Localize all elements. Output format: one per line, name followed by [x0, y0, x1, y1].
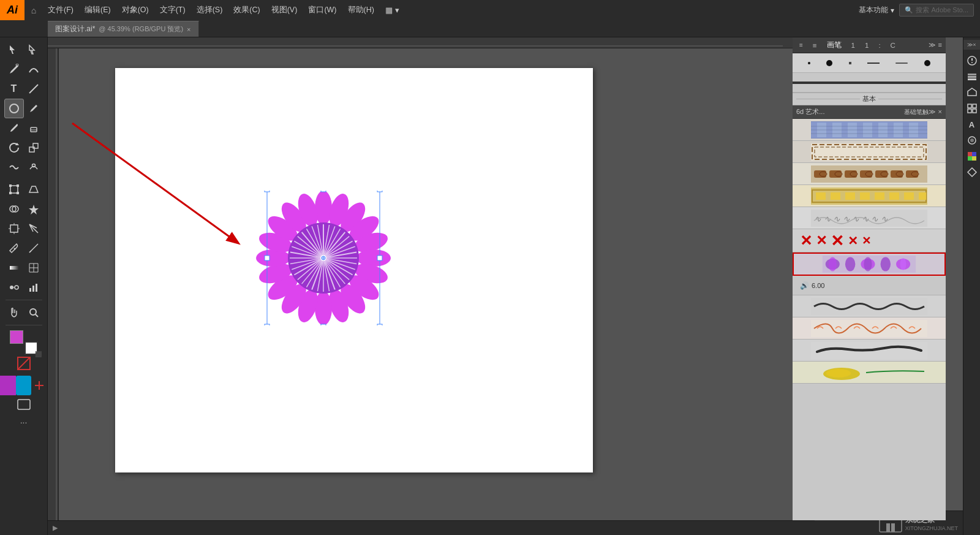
panel-btn-transform[interactable] [965, 165, 979, 180]
tool-type[interactable]: T [4, 79, 24, 99]
brush-tab-c[interactable]: C [888, 40, 899, 50]
brush-row-calligraphic[interactable] [793, 53, 946, 73]
menu-select[interactable]: 选择(S) [192, 2, 228, 18]
tool-mesh[interactable] [24, 258, 43, 278]
canvas-area[interactable] [48, 37, 815, 535]
tool-pencil[interactable] [24, 99, 43, 118]
tool-slice[interactable] [24, 219, 43, 238]
menu-help[interactable]: 帮助(H) [343, 2, 379, 18]
brush-panel-collapse[interactable]: ≡ [796, 40, 806, 50]
panel-menu-icon[interactable]: ≡ [938, 41, 942, 49]
flower-object[interactable] [256, 191, 391, 328]
brush-row-chain[interactable] [793, 163, 946, 185]
tool-scale[interactable] [24, 138, 43, 157]
brush-row-ink[interactable] [793, 340, 946, 362]
document-tab[interactable]: 图案设计.ai* @ 45.39% (RGB/GPU 预览) × [48, 21, 199, 37]
fill-color[interactable] [10, 330, 23, 344]
tool-warp[interactable] [4, 157, 24, 177]
tool-zoom[interactable] [24, 303, 43, 322]
tool-eraser[interactable] [24, 118, 43, 138]
menu-window[interactable]: 窗口(W) [303, 2, 341, 18]
tool-perspective[interactable] [24, 180, 43, 199]
menu-grid[interactable]: ▦▾ [380, 3, 404, 17]
brush-row-curlicue[interactable] [793, 317, 946, 340]
menu-file[interactable]: 文件(F) [43, 2, 78, 18]
tool-hand[interactable] [4, 303, 24, 322]
brush-tab-1[interactable]: ≡ [810, 40, 820, 50]
panel-btn-properties[interactable] [965, 53, 979, 68]
panel-btn-appearance[interactable] [965, 133, 979, 148]
svg-point-4 [10, 104, 18, 113]
brush-row-plaid[interactable] [793, 119, 946, 141]
panel-btn-assets[interactable] [965, 85, 979, 100]
home-icon[interactable]: ⌂ [24, 0, 43, 20]
tool-gradient[interactable] [4, 258, 24, 278]
menu-object[interactable]: 对象(O) [117, 2, 154, 18]
none-color-icon[interactable] [17, 356, 31, 373]
tool-chart[interactable] [24, 278, 43, 297]
color-fill-stroke[interactable]: ⬛ [10, 330, 38, 355]
tool-selection[interactable] [4, 40, 24, 59]
tool-screen-mode[interactable] [17, 399, 31, 412]
panel-btn-type[interactable]: A [965, 117, 979, 132]
brush-row-wavy[interactable] [793, 295, 946, 317]
tool-gradient-mode[interactable] [16, 376, 32, 395]
brush-row-volume[interactable]: 🔊 6.00 [793, 276, 946, 295]
left-toolbar: T [0, 37, 48, 535]
svg-rect-107 [321, 324, 326, 325]
brush-row-gold[interactable] [793, 185, 946, 207]
tool-curvature[interactable] [24, 59, 43, 79]
tool-live-paint[interactable] [24, 199, 43, 219]
art-icon-1[interactable]: ≫ [929, 108, 936, 116]
svg-rect-102 [265, 191, 270, 192]
search-container[interactable]: 🔍 搜索 Adobe Sto... [899, 4, 974, 17]
panel-btn-libraries[interactable] [965, 101, 979, 116]
art-icon-2[interactable]: × [938, 108, 942, 116]
tool-measure[interactable] [24, 238, 43, 258]
panel-expand-icon[interactable]: ≫ [929, 41, 936, 49]
tool-direct-selection[interactable] [24, 40, 43, 59]
brushes-body[interactable]: ∿ ∿ ∿ ∿ ∿ ∿ ∿ ∿ ✕ ✕ ✕ ✕ ✕ [793, 119, 946, 520]
tool-more[interactable]: ··· [20, 417, 28, 427]
default-colors-icon[interactable]: ⬛ [35, 351, 42, 357]
svg-point-10 [32, 164, 35, 167]
tool-color-mode[interactable] [0, 376, 16, 395]
brush-tab-4[interactable]: : [875, 40, 883, 50]
menu-type[interactable]: 文字(T) [155, 2, 190, 18]
tool-blend[interactable] [4, 278, 24, 297]
brush-tab-brushes[interactable]: 画笔 [824, 39, 845, 51]
brush-row-purple[interactable] [793, 252, 946, 276]
brush-row-line[interactable] [793, 73, 946, 93]
search-icon: 🔍 [905, 6, 913, 14]
tool-brush[interactable] [4, 118, 24, 138]
brush-tab-3[interactable]: 1 [862, 40, 872, 50]
search-placeholder: 搜索 Adobe Sto... [916, 6, 968, 15]
panel-btn-swatches[interactable] [965, 149, 979, 164]
tool-artboard[interactable] [4, 219, 24, 238]
svg-rect-105 [377, 324, 382, 325]
tool-ellipse[interactable] [4, 99, 24, 118]
menu-effect[interactable]: 效果(C) [228, 2, 265, 18]
tool-pattern-mode[interactable] [31, 376, 47, 395]
tool-shape-builder[interactable] [4, 199, 24, 219]
tab-zoom-info: @ 45.39% (RGB/GPU 预览) [99, 25, 183, 34]
menu-view[interactable]: 视图(V) [266, 2, 303, 18]
panel-collapse-handle[interactable]: ≫ × [963, 40, 981, 50]
brush-row-script[interactable]: ∿ ∿ ∿ ∿ ∿ ∿ ∿ ∿ [793, 207, 946, 229]
brush-row-yellow[interactable] [793, 362, 946, 384]
brush-row-dashed[interactable] [793, 141, 946, 163]
tool-line[interactable] [24, 79, 43, 99]
tool-rotate[interactable] [4, 138, 24, 157]
brush-line-2 [895, 63, 908, 64]
tool-eyedropper[interactable] [4, 238, 24, 258]
brush-row-scatter-x[interactable]: ✕ ✕ ✕ ✕ ✕ [793, 229, 946, 252]
brush-tab-symbols[interactable]: 1 [848, 40, 858, 50]
volume-icon: 🔊 [800, 281, 809, 290]
tab-close-button[interactable]: × [187, 26, 190, 33]
tool-free-transform[interactable] [4, 180, 24, 199]
panel-btn-layers[interactable] [965, 69, 979, 84]
workspace-selector[interactable]: 基本功能 ▾ [859, 5, 894, 15]
menu-edit[interactable]: 编辑(E) [80, 2, 116, 18]
tool-reshape[interactable] [24, 157, 43, 177]
tool-pen[interactable] [4, 59, 24, 79]
